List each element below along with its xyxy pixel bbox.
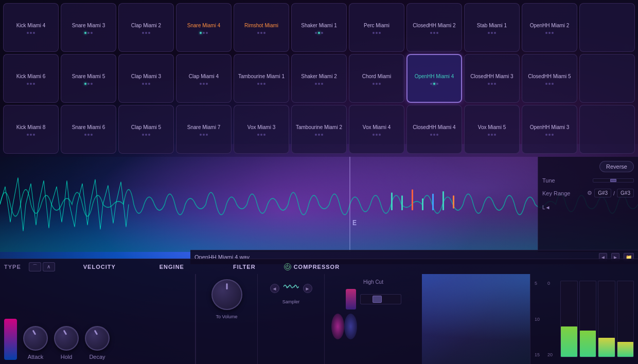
pad-0-2[interactable]: Clap Miami 2 — [118, 3, 174, 52]
compressor-power-button[interactable]: ⏻ — [284, 263, 291, 270]
pad-1-1[interactable]: Snare Miami 5 — [61, 54, 116, 103]
pad-dot-0-8-1 — [491, 32, 493, 34]
pad-dot-0-4-0 — [257, 32, 259, 34]
pad-name-2-9: OpenHH Miami 3 — [529, 123, 571, 132]
pad-0-7[interactable]: ClosedHH Miami 2 — [406, 3, 462, 52]
compressor-section-label: Compressor — [294, 264, 340, 270]
pad-2-3[interactable]: Snare Miami 7 — [176, 105, 232, 154]
pad-dot-2-5-1 — [318, 134, 320, 136]
pad-2-4[interactable]: Vox Miami 3 — [234, 105, 289, 154]
engine-next-button[interactable]: ► — [303, 284, 312, 293]
filter-section: High Cut — [324, 274, 422, 364]
pad-dot-1-6-2 — [379, 83, 381, 85]
pad-name-0-8: Stab Miami 1 — [476, 21, 508, 30]
pad-dot-0-6-2 — [379, 32, 381, 34]
pad-0-1[interactable]: Snare Miami 3 — [61, 3, 116, 52]
pad-dot-1-6-1 — [376, 83, 378, 85]
pad-dot-2-8-2 — [494, 134, 496, 136]
pad-0-0[interactable]: Kick Miami 4 — [3, 3, 59, 52]
pad-dot-2-7-0 — [430, 134, 432, 136]
pad-1-7[interactable]: OpenHH Miami 4 — [406, 54, 462, 103]
pad-dot-1-6-0 — [373, 83, 375, 85]
pad-0-10[interactable] — [579, 3, 635, 52]
pad-dot-2-5-2 — [321, 134, 323, 136]
pad-2-2[interactable]: Clap Miami 5 — [118, 105, 174, 154]
pad-dot-0-1-0 — [84, 32, 86, 34]
meter-bar-2 — [579, 281, 597, 357]
attack-knob[interactable] — [23, 326, 48, 351]
decay-knob[interactable] — [85, 326, 110, 351]
shape-btn-1[interactable]: ⌒ — [29, 262, 41, 271]
pad-2-5[interactable]: Tambourine Miami 2 — [291, 105, 347, 154]
pad-2-1[interactable]: Snare Miami 6 — [61, 105, 116, 154]
pad-name-0-0: Kick Miami 4 — [15, 21, 47, 30]
pad-dot-2-0-1 — [30, 134, 32, 136]
hold-label: Hold — [61, 354, 73, 360]
velocity-knob[interactable] — [211, 279, 242, 310]
pad-1-0[interactable]: Kick Miami 6 — [3, 54, 59, 103]
pad-1-6[interactable]: Chord Miami — [349, 54, 404, 103]
pad-1-9[interactable]: ClosedHH Miami 5 — [522, 54, 577, 103]
filter-section-label: Filter — [233, 264, 256, 270]
attack-label: Attack — [28, 354, 44, 360]
pad-0-8[interactable]: Stab Miami 1 — [464, 3, 520, 52]
pad-dot-0-9-1 — [548, 32, 551, 34]
pad-dot-2-9-2 — [552, 134, 554, 136]
engine-prev-button[interactable]: ◄ — [270, 284, 279, 293]
pad-0-3[interactable]: Snare Miami 4 — [176, 3, 232, 52]
scale-10: 10 — [535, 317, 540, 322]
pad-0-4[interactable]: Rimshot Miami — [234, 3, 289, 52]
pad-name-0-2: Clap Miami 2 — [130, 21, 162, 30]
pad-name-1-8: ClosedHH Miami 3 — [469, 72, 514, 81]
pad-dot-0-0-2 — [33, 32, 35, 34]
pad-dot-2-7-1 — [433, 134, 435, 136]
pad-dot-1-0-2 — [33, 83, 35, 85]
pad-0-9[interactable]: OpenHH Miami 2 — [522, 3, 577, 52]
tune-row: Tune — [542, 177, 634, 184]
pad-1-10[interactable] — [579, 54, 635, 103]
pad-dot-1-2-2 — [148, 83, 150, 85]
meter-bar-4 — [617, 281, 634, 357]
pad-dot-2-9-1 — [548, 134, 551, 136]
pad-dot-0-4-2 — [263, 32, 265, 34]
highcut-slider[interactable] — [360, 294, 401, 304]
pad-1-3[interactable]: Clap Miami 4 — [176, 54, 232, 103]
type-section-label: Type — [4, 264, 21, 270]
pad-2-7[interactable]: ClosedHH Miami 4 — [406, 105, 462, 154]
pad-name-0-7: ClosedHH Miami 2 — [412, 21, 456, 30]
tune-label: Tune — [542, 177, 555, 184]
pad-1-8[interactable]: ClosedHH Miami 3 — [464, 54, 520, 103]
pad-dot-2-3-0 — [200, 134, 202, 136]
velocity-section: To Volume — [196, 274, 257, 364]
pad-dot-0-1-2 — [91, 32, 93, 34]
pad-2-9[interactable]: OpenHH Miami 3 — [522, 105, 577, 154]
pad-name-1-2: Clap Miami 3 — [130, 72, 162, 81]
pad-dot-1-3-1 — [203, 83, 205, 85]
reverse-button[interactable]: Reverse — [599, 161, 634, 172]
pad-dot-2-6-0 — [373, 134, 375, 136]
color-pad-1[interactable] — [4, 319, 17, 360]
pad-0-6[interactable]: Perc Miami — [349, 3, 404, 52]
key-low-value[interactable]: G#3 — [594, 189, 611, 197]
pad-0-5[interactable]: Shaker Miami 1 — [291, 3, 347, 52]
pad-dot-1-2-0 — [142, 83, 144, 85]
key-high-value[interactable]: G#3 — [617, 189, 634, 197]
pad-1-2[interactable]: Clap Miami 3 — [118, 54, 174, 103]
pad-2-10[interactable] — [579, 105, 635, 154]
pad-dot-0-3-2 — [206, 32, 208, 34]
pad-1-5[interactable]: Shaker Miami 2 — [291, 54, 347, 103]
pad-dot-1-4-1 — [260, 83, 262, 85]
pad-2-8[interactable]: Vox Miami 5 — [464, 105, 520, 154]
pad-dot-1-1-1 — [87, 83, 90, 85]
pad-dot-2-7-2 — [436, 134, 438, 136]
pad-2-0[interactable]: Kick Miami 8 — [3, 105, 59, 154]
tune-slider[interactable] — [593, 178, 634, 183]
pad-name-1-0: Kick Miami 6 — [15, 72, 47, 81]
pad-dot-2-1-2 — [91, 134, 93, 136]
attack-control: Attack — [23, 326, 48, 360]
controls-header-bar: Type ⌒ ∧ Velocity Engine Filter ⏻ Compre… — [0, 259, 638, 274]
pad-1-4[interactable]: Tambourine Miami 1 — [234, 54, 289, 103]
pad-2-6[interactable]: Vox Miami 4 — [349, 105, 404, 154]
shape-btn-2[interactable]: ∧ — [43, 262, 55, 271]
hold-knob[interactable] — [54, 326, 79, 351]
